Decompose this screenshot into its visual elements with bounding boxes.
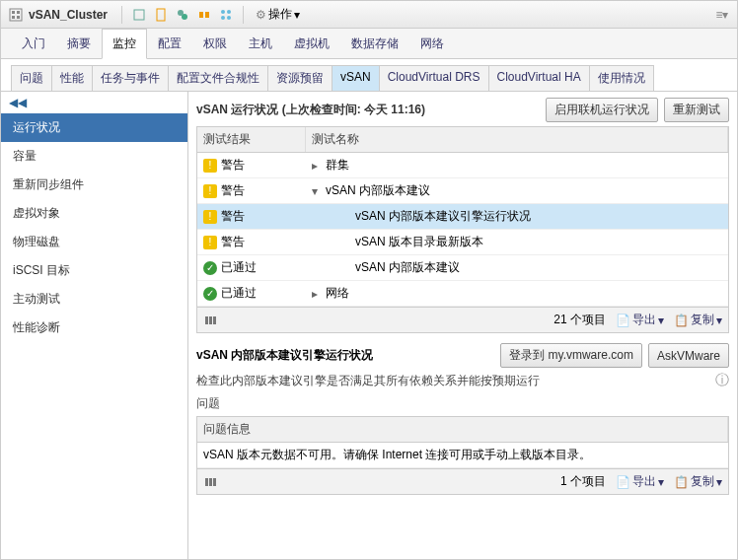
status-label: 警告	[221, 157, 245, 174]
primary-tab[interactable]: 配置	[147, 29, 192, 59]
svg-rect-10	[205, 12, 209, 18]
svg-rect-19	[209, 478, 212, 486]
separator	[121, 6, 122, 24]
col-name[interactable]: 测试名称	[306, 127, 728, 152]
status-label: 已通过	[221, 259, 257, 276]
login-vmware-button[interactable]: 登录到 my.vmware.com	[500, 343, 642, 368]
cluster-icon	[7, 6, 25, 24]
enable-online-health-button[interactable]: 启用联机运行状况	[546, 98, 658, 122]
col-result[interactable]: 测试结果	[197, 127, 306, 152]
issue-message: vSAN 版本元数据不可用。请确保 Internet 连接可用或手动上载版本目录…	[197, 443, 728, 467]
status-label: 警告	[221, 182, 245, 199]
svg-rect-20	[213, 478, 216, 486]
copy-link[interactable]: 📋复制▾	[674, 473, 722, 490]
svg-rect-9	[199, 12, 203, 18]
main-content: vSAN 运行状况 (上次检查时间: 今天 11:16) 启用联机运行状况 重新…	[188, 92, 737, 559]
action-icon-5[interactable]	[217, 6, 235, 24]
svg-rect-0	[10, 9, 22, 21]
secondary-tabs: 问题性能任务与事件配置文件合规性资源预留vSANCloudVirtual DRS…	[1, 59, 737, 92]
secondary-tab[interactable]: vSAN	[332, 65, 380, 91]
primary-tab[interactable]: 权限	[192, 29, 238, 59]
actions-label: 操作	[268, 6, 292, 23]
health-grid-body[interactable]: !警告▸群集!警告▾vSAN 内部版本建议!警告vSAN 内部版本建议引擎运行状…	[197, 153, 728, 307]
svg-point-14	[227, 16, 231, 20]
expander-icon[interactable]: ▸	[312, 159, 322, 173]
export-link[interactable]: 📄导出▾	[616, 312, 664, 328]
sidebar-item[interactable]: 性能诊断	[1, 314, 187, 342]
warning-icon: !	[203, 236, 217, 249]
expander-icon[interactable]: ▾	[312, 184, 322, 198]
health-title: vSAN 运行状况 (上次检查时间: 今天 11:16)	[196, 102, 425, 118]
svg-rect-15	[205, 316, 208, 324]
table-row[interactable]: vSAN 版本元数据不可用。请确保 Internet 连接可用或手动上载版本目录…	[197, 443, 728, 468]
primary-tab[interactable]: 虚拟机	[283, 29, 340, 59]
sidebar-item[interactable]: 容量	[1, 142, 187, 171]
primary-tab[interactable]: 网络	[409, 29, 455, 59]
action-icon-2[interactable]	[152, 6, 170, 24]
sidebar-item[interactable]: 物理磁盘	[1, 228, 187, 256]
ask-vmware-button[interactable]: AskVMware	[648, 343, 729, 368]
primary-tab[interactable]: 摘要	[56, 29, 102, 59]
export-link[interactable]: 📄导出▾	[616, 473, 664, 490]
copy-link[interactable]: 📋复制▾	[674, 312, 722, 328]
sidebar-item[interactable]: 主动测试	[1, 285, 187, 314]
svg-point-11	[221, 10, 225, 14]
svg-rect-16	[209, 316, 212, 324]
secondary-tab[interactable]: 配置文件合规性	[168, 65, 268, 91]
secondary-tab[interactable]: 性能	[51, 65, 93, 91]
primary-tab[interactable]: 监控	[102, 29, 147, 59]
svg-rect-18	[205, 478, 208, 486]
primary-tab[interactable]: 主机	[238, 29, 283, 59]
collapse-sidebar[interactable]: ◀◀	[1, 92, 187, 113]
check-icon: ✓	[203, 287, 217, 301]
secondary-tab[interactable]: CloudVirtual HA	[488, 65, 590, 91]
table-row[interactable]: !警告▾vSAN 内部版本建议	[197, 178, 728, 204]
secondary-tab[interactable]: 问题	[11, 65, 52, 91]
svg-point-13	[221, 16, 225, 20]
filter-icon[interactable]	[203, 314, 217, 327]
action-icon-4[interactable]	[195, 6, 213, 24]
info-icon[interactable]: ⓘ	[715, 372, 729, 389]
issues-grid: 问题信息 vSAN 版本元数据不可用。请确保 Internet 连接可用或手动上…	[196, 416, 729, 495]
sidebar-item[interactable]: 运行状况	[1, 113, 187, 142]
sidebar-item[interactable]: iSCSI 目标	[1, 256, 187, 285]
chevron-down-icon: ▾	[294, 8, 300, 22]
primary-tab[interactable]: 入门	[11, 29, 56, 59]
filter-icon[interactable]	[203, 475, 217, 489]
primary-tab[interactable]: 数据存储	[340, 29, 409, 59]
action-icon-3[interactable]	[174, 6, 191, 24]
test-name: vSAN 内部版本建议	[326, 182, 430, 199]
sidebar: ◀◀ 运行状况容量重新同步组件虚拟对象物理磁盘iSCSI 目标主动测试性能诊断	[1, 92, 188, 559]
secondary-tab[interactable]: CloudVirtual DRS	[379, 65, 489, 91]
secondary-tab[interactable]: 资源预留	[267, 65, 332, 91]
menu-icon[interactable]: ≡▾	[713, 6, 731, 24]
table-row[interactable]: ✓已通过▸网络	[197, 281, 728, 307]
issues-heading: 问题	[196, 395, 729, 412]
secondary-tab[interactable]: 任务与事件	[92, 65, 169, 91]
table-row[interactable]: ✓已通过vSAN 内部版本建议	[197, 255, 728, 281]
window-title: vSAN_Cluster	[29, 8, 108, 22]
svg-rect-2	[17, 11, 20, 14]
warning-icon: !	[203, 210, 217, 224]
action-icon-1[interactable]	[130, 6, 148, 24]
table-row[interactable]: !警告vSAN 版本目录最新版本	[197, 230, 728, 255]
expander-icon[interactable]: ▸	[312, 287, 322, 301]
test-name: vSAN 内部版本建议	[355, 259, 460, 276]
sidebar-item[interactable]: 重新同步组件	[1, 171, 187, 199]
svg-rect-6	[157, 9, 165, 21]
secondary-tab[interactable]: 使用情况	[589, 65, 654, 91]
test-name: 网络	[326, 285, 349, 302]
table-row[interactable]: !警告▸群集	[197, 153, 728, 178]
retest-button[interactable]: 重新测试	[664, 98, 729, 122]
svg-rect-5	[134, 10, 144, 20]
col-message[interactable]: 问题信息	[197, 417, 728, 442]
table-row[interactable]: !警告vSAN 内部版本建议引擎运行状况	[197, 204, 728, 230]
item-count: 21 个项目	[554, 312, 606, 328]
actions-dropdown[interactable]: ⚙ 操作 ▾	[252, 4, 304, 25]
issues-grid-body[interactable]: vSAN 版本元数据不可用。请确保 Internet 连接可用或手动上载版本目录…	[197, 443, 728, 468]
test-name: vSAN 版本目录最新版本	[355, 234, 483, 250]
detail-description: 检查此内部版本建议引擎是否满足其所有依赖关系并能按预期运行	[196, 373, 540, 389]
gear-icon: ⚙	[256, 8, 266, 22]
sidebar-item[interactable]: 虚拟对象	[1, 199, 187, 228]
check-icon: ✓	[203, 261, 217, 275]
